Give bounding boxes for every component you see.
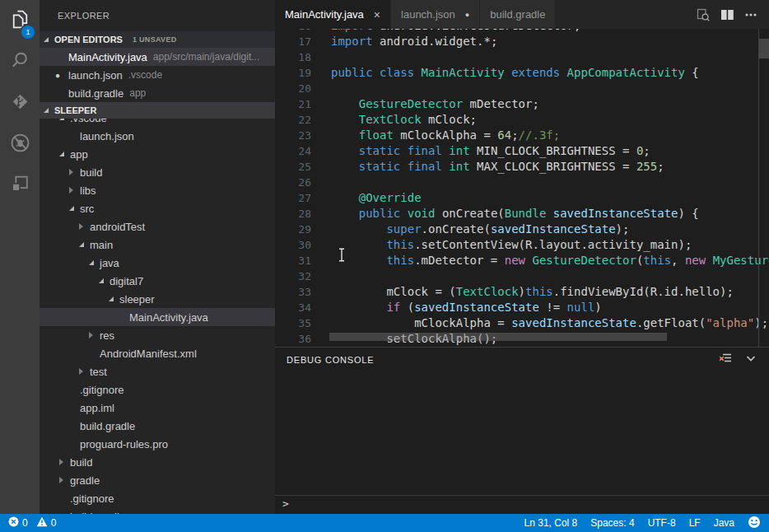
debug-console-panel: DEBUG CONSOLE > [275,347,769,514]
open-editor-description: app/src/main/java/digit... [153,51,259,63]
activity-bar-item-source-control[interactable] [0,82,40,124]
line-number[interactable]: 36 [275,331,311,347]
open-editor-name: build.gradle [68,87,124,100]
split-editor-icon[interactable] [720,9,734,21]
activity-bar-item-debug[interactable] [0,124,40,165]
tree-item-gitignore[interactable]: .gitignore [40,489,275,507]
line-number[interactable]: 27 [275,190,311,206]
code-text: mClock = (TextClock)this.findViewById(R.… [331,284,734,300]
tree-item-build-gradle[interactable]: build.gradle [40,507,275,514]
workspace-section-header[interactable]: SLEEPER [40,102,275,119]
extensions-icon [9,173,31,198]
status-cursor-position[interactable]: Ln 31, Col 8 [524,517,578,529]
vertical-scrollbar[interactable] [758,29,769,347]
activity-bar-item-explorer[interactable]: 1 [0,0,40,41]
line-number[interactable]: 33 [275,284,311,300]
line-number[interactable]: 32 [275,268,311,284]
code-line-20: 20 [275,81,769,96]
line-number[interactable]: 25 [275,159,311,175]
close-tab-icon[interactable]: × [374,9,380,21]
tree-item-label: java [100,257,119,269]
line-number[interactable]: 24 [275,143,311,159]
vertical-scrollbar-thumb[interactable] [759,39,769,58]
tab-launch-json[interactable]: launch.json● [391,0,480,29]
code-text: public class MainActivity extends AppCom… [331,65,699,81]
debug-console-input[interactable]: > [275,495,769,511]
tab-mainactivity-java[interactable]: MainActivity.java× [275,0,391,29]
line-number[interactable]: 34 [275,300,311,315]
line-number[interactable]: 26 [275,175,311,190]
tabs: MainActivity.java×launch.json●build.grad… [275,0,556,29]
status-problems[interactable]: 0 0 [8,516,56,530]
tree-item-androidmanifest-xml[interactable]: AndroidManifest.xml [40,344,275,362]
open-editor-mainactivity-java[interactable]: MainActivity.javaapp/src/main/java/digit… [40,48,275,66]
line-number[interactable]: 30 [275,237,311,253]
tree-item-res[interactable]: res [40,326,275,344]
code-line-31: 31 this.mDetector = new GestureDetector(… [275,253,769,268]
more-actions-icon[interactable] [744,9,757,21]
open-editors-header[interactable]: OPEN EDITORS 1 UNSAVED [40,31,275,48]
tree-item-build-gradle[interactable]: build.gradle [40,417,275,435]
line-number[interactable]: 31 [275,253,311,268]
smiley-icon [748,516,761,531]
sidebar-title: EXPLORER [40,0,275,31]
horizontal-scrollbar-thumb[interactable] [329,333,667,341]
collapse-panel-icon[interactable] [744,352,757,368]
activity-bar-item-extensions[interactable] [0,165,40,206]
status-indentation[interactable]: Spaces: 4 [590,517,634,529]
tree-item-main[interactable]: main [40,236,275,254]
twistie-collapsed-icon [59,459,70,465]
mouse-ibeam-cursor [338,248,346,264]
tree-item-sleeper[interactable]: sleeper [40,290,275,308]
tree-item-gradle[interactable]: gradle [40,471,275,489]
line-number[interactable]: 18 [275,49,311,65]
tree-item-label: build.gradle [80,420,135,432]
line-number[interactable]: 19 [275,65,311,81]
line-number[interactable]: 29 [275,222,311,237]
tree-item-label: app [70,148,88,161]
tab-bar: MainActivity.java×launch.json●build.grad… [275,0,769,29]
tree-item-androidtest[interactable]: androidTest [40,217,275,236]
tree-item-app[interactable]: app [40,145,275,163]
twistie-collapsed-icon [69,187,80,194]
clear-console-icon[interactable] [719,352,733,368]
line-number[interactable]: 20 [275,81,311,96]
tree-item-build[interactable]: build [40,453,275,471]
line-number[interactable]: 17 [275,34,311,49]
status-feedback[interactable] [748,516,761,531]
tree-item-src[interactable]: src [40,199,275,217]
line-number[interactable]: 23 [275,128,311,143]
tree-item-java[interactable]: java [40,254,275,272]
code-lines: 16import android.view.GestureDetector;17… [275,29,769,347]
tree-item-launch-json[interactable]: launch.json [40,127,275,145]
tree-item-proguard-rules-pro[interactable]: proguard-rules.pro [40,435,275,453]
tree-item-digital7[interactable]: digital7 [40,272,275,290]
activity-bar-item-search[interactable] [0,41,40,82]
open-preview-icon[interactable] [696,7,711,22]
open-editor-launch-json[interactable]: ●launch.json.vscode [40,66,275,84]
tree-item-gitignore[interactable]: .gitignore [40,380,275,399]
tree-item-mainactivity-java[interactable]: MainActivity.java [40,308,275,326]
line-number[interactable]: 35 [275,315,311,331]
status-eol[interactable]: LF [689,517,701,529]
line-number[interactable]: 21 [275,96,311,112]
open-editors-list: MainActivity.javaapp/src/main/java/digit… [40,48,275,102]
open-editor-build-gradle[interactable]: build.gradleapp [40,84,275,102]
line-number[interactable]: 28 [275,206,311,222]
tree-item-libs[interactable]: libs [40,181,275,199]
status-encoding[interactable]: UTF-8 [648,517,676,529]
source-control-icon [9,91,31,116]
tree-item-app-iml[interactable]: app.iml [40,399,275,417]
tree-item-test[interactable]: test [40,362,275,380]
editor-group: MainActivity.java×launch.json●build.grad… [275,0,769,514]
line-number[interactable]: 22 [275,112,311,128]
code-text: this.mDetector = new GestureDetector(thi… [331,253,769,268]
code-editor[interactable]: 16import android.view.GestureDetector;17… [275,29,769,347]
tree-item-build[interactable]: build [40,163,275,181]
tree-item-label: gradle [70,474,100,487]
status-language[interactable]: Java [714,517,734,529]
tab-build-gradle[interactable]: build.gradle [480,0,556,29]
twistie-expanded-icon [59,119,70,120]
tree-item-vscode[interactable]: .vscode [40,119,275,127]
modified-dot-icon: ● [465,11,469,19]
